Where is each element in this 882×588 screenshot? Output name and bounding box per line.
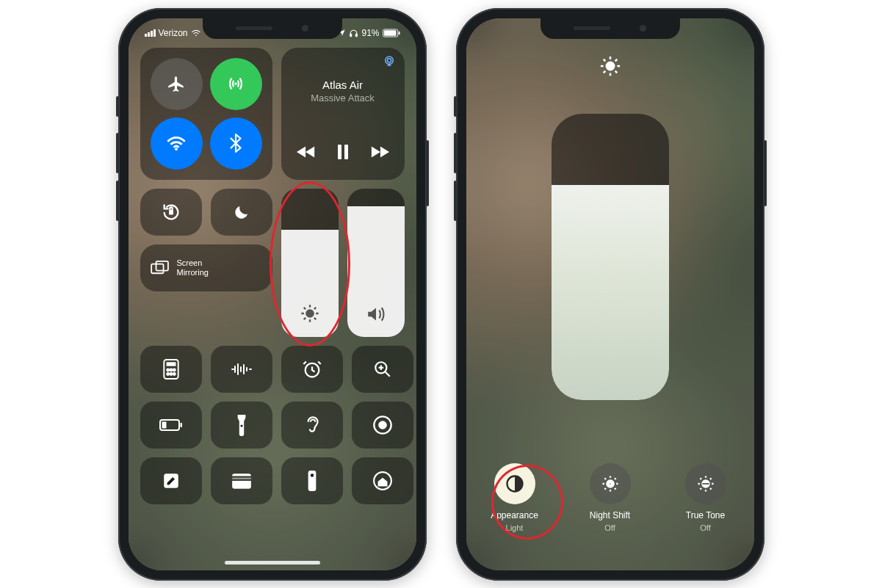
true-tone-toggle[interactable]: True Tone Off — [669, 463, 742, 532]
notes-tile[interactable] — [140, 457, 202, 504]
svg-point-0 — [195, 35, 197, 36]
svg-point-21 — [167, 372, 169, 374]
rotation-lock-toggle[interactable] — [140, 189, 202, 236]
night-shift-value: Off — [604, 523, 615, 532]
night-shift-label: Night Shift — [590, 510, 630, 520]
remote-tile[interactable] — [281, 457, 343, 504]
cellular-data-toggle[interactable] — [210, 58, 262, 110]
svg-rect-4 — [383, 30, 396, 35]
home-tile[interactable] — [352, 457, 413, 504]
screen-mirroring-button[interactable]: ScreenMirroring — [140, 244, 272, 291]
volume-icon — [366, 305, 386, 324]
svg-point-19 — [170, 369, 172, 371]
notch — [541, 18, 680, 39]
screen-record-tile[interactable] — [352, 402, 413, 449]
hearing-tile[interactable] — [281, 402, 343, 449]
alarm-tile[interactable] — [281, 346, 343, 393]
svg-point-36 — [313, 479, 314, 481]
brightness-icon — [599, 55, 621, 77]
svg-point-20 — [173, 369, 175, 371]
media-prev-button[interactable] — [297, 145, 316, 159]
svg-rect-10 — [338, 145, 341, 159]
svg-point-6 — [234, 82, 236, 84]
wifi-toggle[interactable] — [151, 117, 203, 170]
notch — [203, 18, 342, 39]
svg-rect-17 — [166, 362, 176, 366]
svg-point-29 — [240, 424, 242, 427]
true-tone-icon — [685, 463, 726, 504]
airplay-icon[interactable] — [383, 55, 396, 67]
svg-point-8 — [385, 57, 393, 65]
svg-rect-11 — [344, 145, 348, 159]
headphones-icon — [349, 29, 358, 37]
flashlight-tile[interactable] — [211, 402, 272, 449]
night-shift-icon — [590, 463, 631, 504]
mirroring-label-2: Mirroring — [177, 268, 209, 277]
iphone-frame-left: Verizon 91% — [118, 8, 427, 581]
home-indicator[interactable] — [225, 561, 320, 565]
calculator-tile[interactable] — [140, 346, 202, 393]
bluetooth-toggle[interactable] — [210, 117, 262, 170]
brightness-slider[interactable] — [281, 189, 339, 337]
svg-point-18 — [167, 369, 169, 371]
svg-point-37 — [309, 483, 311, 484]
volume-slider[interactable] — [347, 189, 405, 337]
svg-rect-14 — [156, 261, 167, 270]
iphone-frame-right: Appearance Light Night Shift Off True To… — [456, 8, 764, 581]
svg-rect-5 — [398, 31, 400, 35]
carrier-label: Verizon — [159, 28, 188, 38]
media-pause-button[interactable] — [336, 145, 350, 159]
screen-right: Appearance Light Night Shift Off True To… — [466, 18, 754, 570]
appearance-icon — [494, 463, 535, 504]
svg-point-7 — [175, 148, 178, 150]
svg-rect-12 — [169, 209, 173, 214]
control-center: Atlas Air Massive Attack — [140, 48, 405, 556]
wifi-icon — [191, 29, 201, 37]
appearance-label: Appearance — [491, 510, 538, 520]
quick-tiles-grid — [140, 346, 405, 504]
voice-memos-tile[interactable] — [211, 346, 272, 393]
media-track-label: Atlas Air — [289, 79, 397, 91]
do-not-disturb-toggle[interactable] — [211, 189, 272, 236]
svg-point-34 — [309, 473, 314, 477]
svg-point-31 — [378, 421, 387, 429]
svg-point-43 — [609, 482, 612, 485]
wallet-tile[interactable] — [211, 457, 272, 504]
media-next-button[interactable] — [370, 145, 389, 159]
appearance-toggle[interactable]: Appearance Light — [478, 463, 552, 532]
media-artist-label: Massive Attack — [289, 92, 397, 104]
true-tone-value: Off — [700, 523, 710, 532]
appearance-value: Light — [506, 523, 524, 532]
brightness-icon — [300, 303, 320, 324]
svg-rect-28 — [180, 423, 182, 427]
svg-point-38 — [313, 483, 314, 484]
battery-icon — [383, 29, 400, 37]
svg-rect-13 — [151, 264, 163, 273]
svg-point-40 — [606, 62, 614, 70]
night-shift-toggle[interactable]: Night Shift Off — [574, 463, 647, 532]
svg-rect-1 — [350, 34, 352, 37]
mirroring-label-1: Screen — [177, 258, 209, 267]
battery-pct-label: 91% — [361, 28, 379, 38]
connectivity-panel[interactable] — [140, 48, 272, 180]
svg-rect-2 — [356, 34, 358, 37]
svg-point-15 — [306, 310, 313, 316]
svg-point-9 — [387, 58, 391, 62]
svg-point-35 — [309, 479, 311, 481]
screen-left: Verizon 91% — [129, 18, 416, 570]
brightness-options-row: Appearance Light Night Shift Off True To… — [466, 463, 754, 532]
magnifier-tile[interactable] — [352, 346, 413, 393]
airplane-mode-toggle[interactable] — [151, 58, 203, 110]
signal-bars-icon — [145, 29, 156, 37]
true-tone-label: True Tone — [686, 510, 725, 520]
media-panel[interactable]: Atlas Air Massive Attack — [281, 48, 405, 180]
low-power-tile[interactable] — [140, 402, 202, 449]
svg-point-23 — [173, 372, 175, 374]
svg-rect-27 — [162, 421, 166, 428]
brightness-slider-expanded[interactable] — [552, 114, 669, 400]
svg-point-22 — [170, 372, 172, 374]
